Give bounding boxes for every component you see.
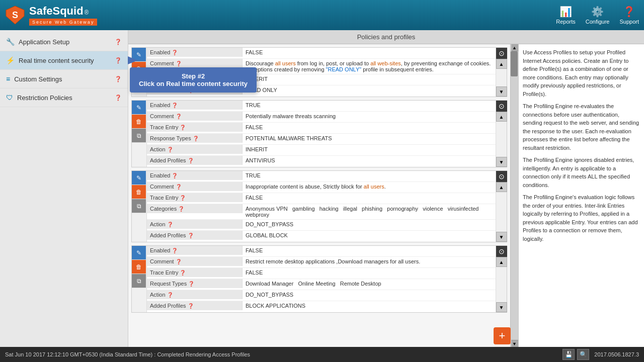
comment-label-1: Comment ❓ xyxy=(147,59,243,68)
scroll-track xyxy=(511,51,518,340)
add-entry-fab[interactable]: + xyxy=(494,327,511,344)
enabled-label-4: Enabled ❓ xyxy=(147,246,243,255)
entry-4-rows: ✎ 🗑 ⧉ Enabled ❓ FALSE xyxy=(132,246,496,312)
nav-reports[interactable]: 📊 Reports xyxy=(556,6,576,25)
entry-4-content: ✎ 🗑 ⧉ Enabled ❓ FALSE xyxy=(132,246,496,312)
main-layout: 🔧 Application Setup ❓ ⚡ Real time conten… xyxy=(0,30,644,347)
action-label-3: Action ❓ xyxy=(147,220,243,229)
nav-support[interactable]: ❓ Support xyxy=(619,6,639,25)
categories-value-3: Anonymous VPN gambling hacking illegal p… xyxy=(243,204,496,219)
tooltip-container: Step #2 Click on Real time content secur… xyxy=(130,67,257,93)
entry-3-row-comment: Comment ❓ Inappropriate content is abuse… xyxy=(147,182,496,193)
entry-2-edit-btn[interactable]: ✎ xyxy=(132,101,146,115)
enabled-help-2: ❓ xyxy=(172,103,178,108)
entry-3-row-categories: Categories ❓ Anonymous VPN gambling hack… xyxy=(147,204,496,220)
sidebar-label-realtime: Real time content security xyxy=(19,57,94,64)
entry-2-row-response: Response Types ❓ POTENTIAL MALWARE THREA… xyxy=(147,134,496,145)
entry-2-settings-btn[interactable]: ⊙ xyxy=(496,101,507,112)
entry-4-copy-btn[interactable]: ⧉ xyxy=(132,274,146,288)
entry-3-edit-btn[interactable]: ✎ xyxy=(132,171,146,185)
entry-3-rows: ✎ 🗑 ⧉ Enabled ❓ TRUE xyxy=(132,171,496,242)
sidebar-item-app-setup[interactable]: 🔧 Application Setup ❓ xyxy=(0,33,128,51)
entry-1-up-btn[interactable]: ▲ xyxy=(496,59,507,69)
trace-value-2: FALSE xyxy=(243,123,496,132)
footer-status: Sat Jun 10 2017 12:12:10 GMT+0530 (India… xyxy=(5,351,250,357)
profiles-value-1: READ ONLY xyxy=(243,85,496,95)
entry-2-copy-btn[interactable]: ⧉ xyxy=(132,129,146,143)
entry-3-copy-btn[interactable]: ⧉ xyxy=(132,199,146,213)
scroll-up-btn[interactable]: ▲ xyxy=(511,44,518,51)
entry-4-settings-btn[interactable]: ⊙ xyxy=(496,246,507,257)
policy-entry-3: ✎ 🗑 ⧉ Enabled ❓ TRUE xyxy=(131,170,507,242)
tooltip-text: Click on Real time content security xyxy=(139,80,248,87)
enabled-value-3: TRUE xyxy=(243,171,496,180)
response-value-2: POTENTIAL MALWARE THREATS xyxy=(243,134,496,143)
realtime-icon: ⚡ xyxy=(6,56,15,64)
tooltip-arrow xyxy=(128,56,138,64)
sidebar-label-restriction: Restriction Policies xyxy=(17,94,72,102)
profiles-value-2: ANTIVIRUS xyxy=(243,156,496,165)
nav-configure[interactable]: ⚙️ Configure xyxy=(586,6,610,25)
support-label: Support xyxy=(619,19,639,25)
entry-4-up-btn[interactable]: ▲ xyxy=(496,257,507,267)
scroll-down-btn[interactable]: ▼ xyxy=(511,340,518,347)
entry-4-side: ⊙ ▲ ▼ xyxy=(496,246,507,312)
request-help-4: ❓ xyxy=(188,281,194,287)
footer-save-btn[interactable]: 💾 xyxy=(562,349,575,360)
action-value-1: INHERIT xyxy=(243,74,496,83)
comment-value-1: Discourage all users from log in, post, … xyxy=(243,59,496,74)
tooltip-box: Step #2 Click on Real time content secur… xyxy=(130,67,257,93)
configure-label: Configure xyxy=(586,19,610,25)
entry-1-settings-btn[interactable]: ⊙ xyxy=(496,48,507,59)
entry-3-up-btn[interactable]: ▲ xyxy=(496,182,507,192)
enabled-value-1: FALSE xyxy=(243,48,496,57)
logo-sub: Secure Web Gateway xyxy=(29,19,97,26)
enabled-help: ❓ xyxy=(172,50,178,55)
entry-2-row-profiles: Added Profiles ❓ ANTIVIRUS xyxy=(147,156,496,167)
tooltip-step: Step #2 xyxy=(139,72,248,80)
entry-3-fields: Enabled ❓ TRUE Comment ❓ Inappropriate c… xyxy=(147,171,496,242)
sidebar-label-app-setup: Application Setup xyxy=(19,38,69,46)
entry-1-down-btn[interactable]: ▼ xyxy=(496,86,507,97)
sidebar-item-restriction[interactable]: 🛡 Restriction Policies ❓ xyxy=(0,88,128,107)
entry-4-row-profiles: Added Profiles ❓ BLOCK APPLICATIONS xyxy=(147,301,496,312)
scroll-thumb[interactable] xyxy=(511,51,518,76)
entry-4-actions: ✎ 🗑 ⧉ xyxy=(132,246,147,312)
content-header: Policies and profiles xyxy=(128,30,644,44)
entry-3-down-btn[interactable]: ▼ xyxy=(496,232,507,242)
entry-4-down-btn[interactable]: ▼ xyxy=(496,302,507,312)
app-setup-icon: 🔧 xyxy=(6,38,15,46)
enabled-value-2: TRUE xyxy=(243,101,496,110)
entry-3-content: ✎ 🗑 ⧉ Enabled ❓ TRUE xyxy=(132,171,496,242)
entry-4-delete-btn[interactable]: 🗑 xyxy=(132,260,146,274)
svg-text:S: S xyxy=(12,10,18,20)
entry-4-row-enabled: Enabled ❓ FALSE xyxy=(147,246,496,257)
enabled-label-3: Enabled ❓ xyxy=(147,171,243,180)
logo-sup: ® xyxy=(85,9,89,16)
footer-search-btn[interactable]: 🔍 xyxy=(577,349,589,360)
sidebar-item-realtime[interactable]: ⚡ Real time content security ❓ xyxy=(0,51,128,70)
profiles-help-3: ❓ xyxy=(188,233,194,238)
entry-2-delete-btn[interactable]: 🗑 xyxy=(132,115,146,129)
policy-entry-2: ✎ 🗑 ⧉ Enabled ❓ TRUE xyxy=(131,100,507,167)
trace-label-2: Trace Entry ❓ xyxy=(147,123,243,132)
action-help-3: ❓ xyxy=(167,222,173,227)
entry-2-up-btn[interactable]: ▲ xyxy=(496,112,507,122)
sidebar-item-custom[interactable]: ≡ Custom Settings ❓ xyxy=(0,70,128,88)
entry-4-row-trace: Trace Entry ❓ FALSE xyxy=(147,268,496,279)
entry-3-row-profiles: Added Profiles ❓ GLOBAL BLOCK xyxy=(147,231,496,242)
profiles-help-2: ❓ xyxy=(188,158,194,163)
profiles-help-4: ❓ xyxy=(188,303,194,309)
entry-3-settings-btn[interactable]: ⊙ xyxy=(496,171,507,182)
request-label-4: Request Types ❓ xyxy=(147,279,243,288)
entry-4-edit-btn[interactable]: ✎ xyxy=(132,246,146,260)
entry-3-side: ⊙ ▲ ▼ xyxy=(496,171,507,242)
comment-help-1: ❓ xyxy=(176,61,182,66)
entry-2-down-btn[interactable]: ▼ xyxy=(496,157,507,167)
trace-help-4: ❓ xyxy=(180,270,186,276)
comment-value-2: Potentially malware threats scanning xyxy=(243,112,496,121)
main-scrollbar[interactable]: ▲ ▼ xyxy=(510,44,518,347)
entry-3-delete-btn[interactable]: 🗑 xyxy=(132,185,146,199)
footer: Sat Jun 10 2017 12:12:10 GMT+0530 (India… xyxy=(0,347,644,362)
right-panel: Use Access Profiles to setup your Profil… xyxy=(518,44,644,347)
